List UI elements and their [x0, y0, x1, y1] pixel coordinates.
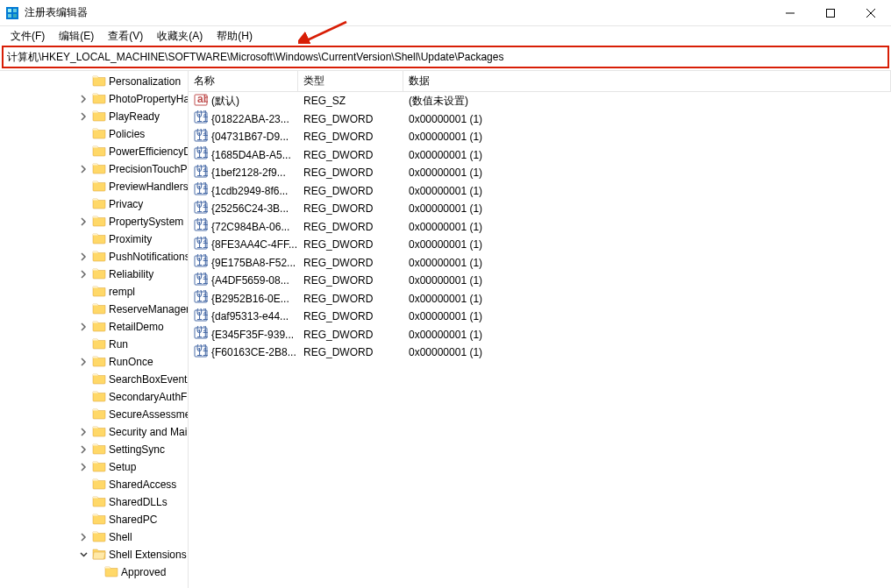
list-header: 名称 类型 数据 — [189, 71, 891, 92]
chevron-right-icon[interactable] — [77, 321, 89, 333]
value-name: (默认) — [211, 94, 239, 109]
list-row[interactable]: {E345F35F-939...REG_DWORD0x00000001 (1) — [189, 326, 891, 344]
chevron-right-icon[interactable] — [77, 443, 89, 456]
list-row[interactable]: {daf95313-e44...REG_DWORD0x00000001 (1) — [189, 308, 891, 326]
tree-node[interactable]: SettingSync — [0, 441, 188, 458]
tree-node[interactable]: Run — [0, 336, 188, 353]
menu-file[interactable]: 文件(F) — [4, 27, 52, 46]
tree-node[interactable]: SecureAssessment — [0, 406, 188, 423]
menu-help[interactable]: 帮助(H) — [210, 27, 260, 46]
maximize-button[interactable] — [810, 0, 851, 25]
chevron-right-icon[interactable] — [77, 461, 89, 473]
list-row[interactable]: {A4DF5659-08...REG_DWORD0x00000001 (1) — [189, 272, 891, 290]
chevron-right-icon[interactable] — [77, 110, 89, 123]
chevron-right-icon[interactable] — [77, 268, 89, 280]
list-row[interactable]: {1cdb2949-8f6...REG_DWORD0x00000001 (1) — [189, 182, 891, 201]
binary-value-icon — [194, 290, 211, 307]
tree-node[interactable]: Policies — [0, 125, 188, 143]
tree-node[interactable]: SharedAccess — [0, 476, 188, 493]
chevron-right-icon[interactable] — [77, 216, 89, 228]
value-data: 0x00000001 (1) — [403, 346, 891, 358]
tree-node[interactable]: RunOnce — [0, 353, 188, 371]
tree-node[interactable]: Security and Maintenance — [0, 423, 188, 441]
value-data: 0x00000001 (1) — [403, 221, 891, 233]
list-row[interactable]: {8FE3AA4C-4FF...REG_DWORD0x00000001 (1) — [189, 236, 891, 254]
tree-node[interactable]: PushNotifications — [0, 248, 188, 266]
value-data: 0x00000001 (1) — [403, 131, 891, 143]
tree-node[interactable]: Reliability — [0, 266, 188, 283]
value-type: REG_DWORD — [298, 257, 403, 269]
value-type: REG_SZ — [298, 95, 403, 107]
tree-node[interactable]: Proximity — [0, 230, 188, 248]
tree-node-label: SearchBoxEventArgs — [109, 373, 189, 386]
tree-node[interactable]: SecondaryAuthFactor — [0, 388, 188, 406]
tree-node[interactable]: PlayReady — [0, 108, 188, 125]
svg-rect-11 — [827, 9, 835, 17]
tree-node-label: Shell Extensions — [109, 549, 187, 561]
col-data[interactable]: 数据 — [403, 71, 891, 91]
list-row[interactable]: {01822ABA-23...REG_DWORD0x00000001 (1) — [189, 110, 891, 129]
menu-edit[interactable]: 编辑(E) — [52, 27, 101, 46]
chevron-right-icon[interactable] — [77, 531, 89, 543]
menu-favorites[interactable]: 收藏夹(A) — [150, 27, 210, 46]
tree-node[interactable]: Shell Extensions — [0, 546, 188, 563]
value-type: REG_DWORD — [298, 166, 403, 179]
folder-icon — [102, 564, 121, 581]
tree-node[interactable]: ReserveManager — [0, 301, 188, 318]
tree-node[interactable]: Shell — [0, 528, 188, 546]
tree-node-label: SettingSync — [109, 443, 165, 456]
list-row[interactable]: {04731B67-D9...REG_DWORD0x00000001 (1) — [189, 128, 891, 146]
chevron-right-icon[interactable] — [77, 356, 89, 368]
tree-node[interactable]: SearchBoxEventArgs — [0, 371, 188, 388]
chevron-right-icon[interactable] — [77, 251, 89, 263]
value-name: {E345F35F-939... — [211, 329, 294, 341]
close-button[interactable] — [851, 0, 891, 25]
value-data: (数值未设置) — [403, 94, 891, 109]
tree-node[interactable]: PreviewHandlers — [0, 178, 188, 195]
tree-node[interactable]: PrecisionTouchPad — [0, 160, 188, 178]
value-type: REG_DWORD — [298, 310, 403, 322]
col-type[interactable]: 类型 — [298, 71, 403, 91]
tree-node[interactable]: PropertySystem — [0, 213, 188, 230]
folder-icon — [89, 126, 109, 143]
value-type: REG_DWORD — [298, 346, 403, 358]
list-row[interactable]: {9E175BA8-F52...REG_DWORD0x00000001 (1) — [189, 254, 891, 273]
tree-view[interactable]: PersonalizationPhotoPropertyHandlerPlayR… — [0, 71, 189, 588]
list-row[interactable]: {1685D4AB-A5...REG_DWORD0x00000001 (1) — [189, 146, 891, 165]
list-row[interactable]: {F60163CE-2B8...REG_DWORD0x00000001 (1) — [189, 344, 891, 362]
tree-node-label: Run — [109, 338, 128, 351]
chevron-down-icon[interactable] — [77, 549, 89, 561]
address-bar-highlight — [2, 46, 889, 68]
address-bar[interactable] — [7, 51, 884, 63]
tree-node[interactable]: SharedDLLs — [0, 493, 188, 511]
tree-node[interactable]: PowerEfficiencyDiagnostics — [0, 143, 188, 160]
binary-value-icon — [194, 326, 211, 343]
chevron-right-icon[interactable] — [77, 426, 89, 438]
tree-node-label: SecondaryAuthFactor — [109, 391, 189, 403]
tree-node[interactable]: SharedPC — [0, 511, 188, 528]
list-row[interactable]: (默认)REG_SZ(数值未设置) — [189, 92, 891, 110]
window-title: 注册表编辑器 — [25, 5, 770, 20]
list-row[interactable]: {B2952B16-0E...REG_DWORD0x00000001 (1) — [189, 290, 891, 308]
value-list[interactable]: 名称 类型 数据 (默认)REG_SZ(数值未设置){01822ABA-23..… — [189, 71, 891, 588]
tree-node[interactable]: rempl — [0, 283, 188, 301]
chevron-right-icon[interactable] — [77, 93, 89, 105]
tree-node[interactable]: PhotoPropertyHandler — [0, 90, 188, 108]
minimize-button[interactable] — [770, 0, 810, 25]
tree-node[interactable]: Approved — [0, 563, 188, 581]
menu-view[interactable]: 查看(V) — [101, 27, 150, 46]
tree-node-label: SharedPC — [109, 514, 157, 526]
list-row[interactable]: {72C984BA-06...REG_DWORD0x00000001 (1) — [189, 218, 891, 237]
tree-node[interactable]: RetailDemo — [0, 318, 188, 336]
col-name[interactable]: 名称 — [189, 71, 298, 91]
chevron-right-icon[interactable] — [77, 163, 89, 175]
tree-node[interactable]: Personalization — [0, 73, 188, 90]
window-controls — [770, 0, 891, 25]
tree-node[interactable]: Setup — [0, 458, 188, 476]
tree-node-label: PropertySystem — [109, 216, 183, 228]
tree-node[interactable]: Privacy — [0, 195, 188, 213]
list-row[interactable]: {25256C24-3B...REG_DWORD0x00000001 (1) — [189, 200, 891, 218]
tree-node-label: Policies — [109, 128, 145, 140]
list-row[interactable]: {1bef2128-2f9...REG_DWORD0x00000001 (1) — [189, 164, 891, 182]
binary-value-icon — [194, 218, 211, 235]
